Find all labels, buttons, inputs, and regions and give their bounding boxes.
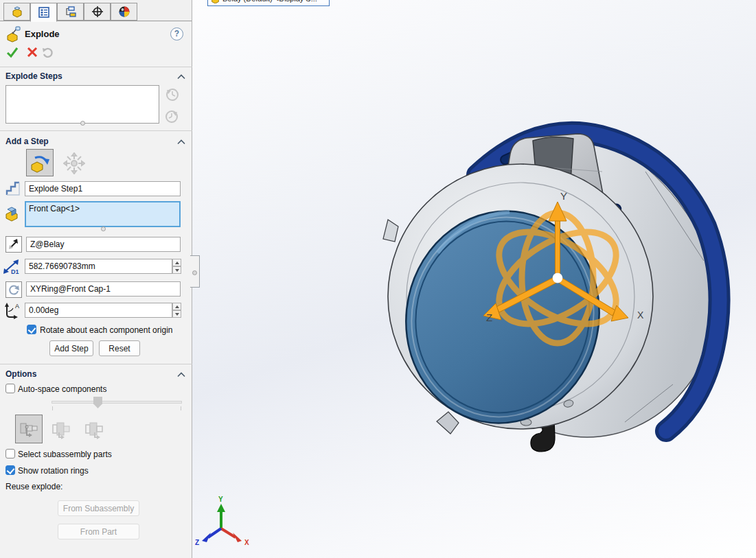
align-rear-icon	[84, 419, 106, 441]
propertymanager-icon	[38, 6, 50, 19]
rotation-axis-iconbox	[5, 281, 22, 298]
add-step-button[interactable]: Add Step	[49, 340, 93, 356]
explode-feature-icon	[5, 26, 22, 43]
slider-tick	[52, 406, 53, 410]
explode-distance-field[interactable]	[25, 259, 172, 274]
document-tab[interactable]: Belay (Default) <Display S...	[207, 0, 330, 6]
corner-triad: Y X Z	[195, 496, 249, 546]
assembly-doc-icon	[211, 0, 220, 3]
rotate-about-origin-checkbox[interactable]	[27, 325, 36, 334]
document-tab-label: Belay (Default) <Display S...	[222, 0, 317, 3]
show-rotation-rings-label: Show rotation rings	[18, 466, 89, 476]
collapse-chevron-icon[interactable]	[177, 74, 185, 80]
section-options: Options	[5, 369, 36, 379]
from-part-button: From Part	[58, 524, 139, 539]
explode-align-rear-button	[82, 417, 107, 442]
list-resize-grip[interactable]	[80, 121, 85, 126]
panel-splitter-handle[interactable]	[190, 255, 200, 288]
undo-explode-step-icon	[165, 87, 179, 102]
rotation-angle-icon: A	[3, 302, 22, 320]
undo-icon	[41, 45, 55, 59]
align-bound-icon	[18, 418, 40, 440]
explode-steps-list[interactable]	[5, 85, 159, 124]
help-icon[interactable]: ?	[170, 27, 183, 40]
splitter-dot	[192, 270, 197, 275]
ok-button[interactable]	[5, 45, 19, 59]
section-explode-steps: Explode Steps	[5, 71, 62, 81]
step-name-icon	[5, 180, 21, 196]
manager-tab-strip	[0, 0, 192, 21]
manipulator-z-label: Z	[486, 312, 492, 323]
rotation-angle-field[interactable]	[25, 303, 172, 318]
distance-spinner[interactable]	[172, 259, 181, 274]
divider	[0, 364, 192, 364]
redo-explode-step-icon	[165, 109, 179, 124]
divider	[0, 130, 192, 131]
auto-space-slider-thumb[interactable]	[93, 397, 102, 408]
triad-z-label: Z	[195, 539, 199, 546]
show-rotation-rings-checkbox[interactable]	[5, 465, 15, 475]
triad-x-label: X	[244, 539, 249, 546]
d1-glyph: D1	[11, 268, 19, 275]
manipulator-x-label: X	[637, 310, 644, 321]
from-subassembly-button: From Subassembly	[58, 500, 139, 516]
tab-featuremanager[interactable]	[3, 3, 30, 21]
model-canvas[interactable]: Y Z X Y X Z	[192, 0, 756, 558]
panel-title: Explode	[25, 29, 60, 39]
configurationmanager-icon	[65, 5, 77, 18]
manipulator-y-arrow[interactable]	[555, 218, 560, 279]
section-add-a-step: Add a Step	[5, 137, 49, 146]
property-manager-panel: Explode ? Explode Steps Add a Step	[0, 0, 192, 558]
auto-space-label: Auto-space components	[18, 384, 106, 394]
rotation-axis-icon	[8, 283, 20, 296]
select-subassembly-label: Select subassembly parts	[18, 450, 112, 459]
components-to-explode-box[interactable]: Front Cap<1>	[25, 201, 181, 227]
explode-align-center-button	[49, 417, 74, 442]
divider	[0, 67, 192, 67]
explode-align-bound-button[interactable]	[15, 415, 43, 443]
triad-y-label: Y	[218, 496, 223, 503]
align-center-icon	[51, 419, 73, 441]
explode-direction-iconbox	[5, 236, 22, 253]
tab-displaymanager[interactable]	[111, 3, 137, 21]
explode-distance-icon: D1	[3, 259, 22, 275]
collapse-chevron-icon[interactable]	[177, 372, 185, 377]
featuremanager-icon	[11, 5, 23, 18]
auto-space-checkbox[interactable]	[5, 384, 15, 393]
list-resize-grip[interactable]	[101, 226, 106, 231]
dimxpert-crosshair-icon	[91, 5, 104, 18]
regular-step-button[interactable]	[26, 149, 54, 176]
manipulator-y-label: Y	[560, 190, 567, 202]
explode-direction-field[interactable]	[26, 237, 181, 252]
explode-direction-icon	[8, 238, 20, 251]
radial-step-icon	[63, 152, 85, 174]
manipulator-origin-dot[interactable]	[553, 273, 563, 283]
reuse-explode-label: Reuse explode:	[5, 482, 62, 491]
step-name-field[interactable]	[25, 181, 181, 196]
collapse-chevron-icon[interactable]	[177, 139, 185, 145]
reset-button[interactable]: Reset	[99, 340, 140, 356]
regular-step-icon	[30, 152, 50, 173]
cancel-button[interactable]	[26, 46, 38, 58]
tab-configurationmanager[interactable]	[57, 3, 84, 21]
angle-spinner[interactable]	[172, 303, 181, 318]
displaymanager-sphere-icon	[118, 5, 130, 18]
selected-component: Front Cap<1>	[29, 204, 80, 213]
component-part-icon	[4, 205, 21, 222]
graphics-viewport[interactable]: Belay (Default) <Display S...	[192, 0, 756, 558]
tab-dimxpertmanager[interactable]	[84, 3, 111, 21]
radial-step-button	[62, 151, 87, 176]
select-subassembly-checkbox[interactable]	[5, 449, 15, 458]
slider-tick	[181, 406, 181, 410]
rotate-about-origin-label: Rotate about each component origin	[40, 325, 172, 335]
auto-space-slider-track	[51, 401, 182, 404]
tab-propertymanager[interactable]	[30, 3, 57, 22]
angle-superscript-glyph: A	[15, 303, 19, 310]
rotation-axis-field[interactable]	[26, 281, 181, 297]
